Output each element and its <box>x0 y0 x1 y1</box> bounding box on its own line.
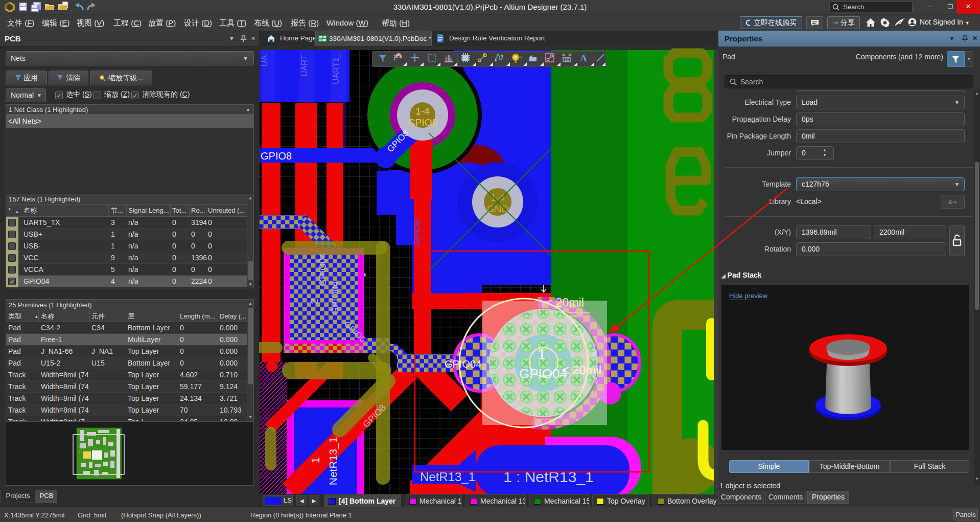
svg-text:10: 10 <box>565 57 569 62</box>
svg-text:GPIO04: GPIO04 <box>330 281 340 314</box>
svg-text:A: A <box>580 53 587 63</box>
svg-text:1-4: 1-4 <box>415 106 430 117</box>
svg-text:≤ 20mil: ≤ 20mil <box>562 363 601 377</box>
svg-text:GPIO04: GPIO04 <box>445 358 481 370</box>
svg-text:< 20mil: < 20mil <box>546 296 584 309</box>
svg-text:GPIO04: GPIO04 <box>318 253 328 286</box>
svg-text:UART: UART <box>300 55 309 77</box>
svg-text:NetR13_1: NetR13_1 <box>327 437 339 486</box>
svg-text:1: 1 <box>538 346 546 362</box>
svg-text:1: 1 <box>309 457 322 463</box>
svg-text:UA: UA <box>260 55 269 66</box>
svg-text:GPIO04: GPIO04 <box>519 366 567 381</box>
svg-text:GPIO8: GPIO8 <box>413 219 423 245</box>
svg-text:UART1_: UART1_ <box>332 53 341 84</box>
svg-text:2: 2 <box>309 299 320 304</box>
svg-text:GPIO8: GPIO8 <box>408 117 437 128</box>
svg-text:GND: GND <box>487 203 508 214</box>
svg-text:GPIO8: GPIO8 <box>261 150 292 162</box>
svg-text:1 : NetR13_1: 1 : NetR13_1 <box>503 468 594 485</box>
